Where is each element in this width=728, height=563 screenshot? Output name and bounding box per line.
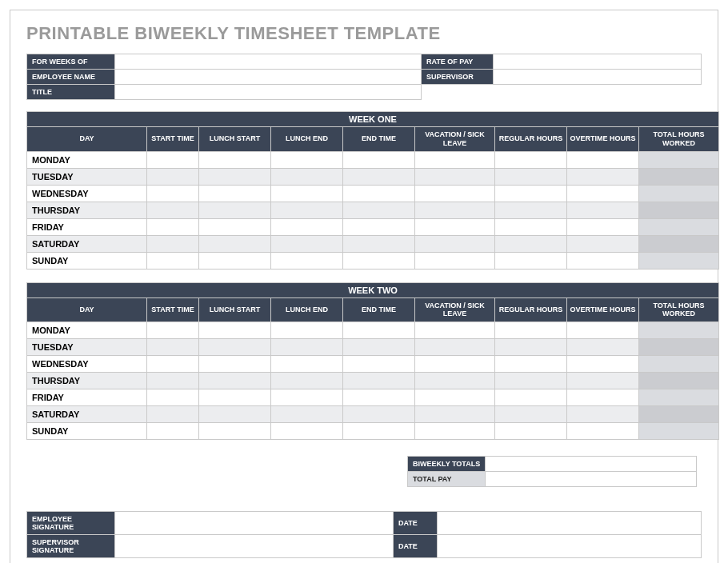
total-hours-cell[interactable]	[639, 218, 719, 235]
overtime-hours-cell[interactable]	[567, 151, 639, 168]
lunch-start-cell[interactable]	[199, 168, 271, 185]
supervisor-signature-value[interactable]	[115, 535, 394, 558]
employee-name-value[interactable]	[115, 70, 422, 85]
lunch-end-cell[interactable]	[271, 373, 343, 389]
regular-hours-cell[interactable]	[495, 218, 567, 235]
start-time-cell[interactable]	[147, 423, 199, 440]
total-hours-cell[interactable]	[639, 423, 719, 440]
overtime-hours-cell[interactable]	[567, 339, 639, 356]
overtime-hours-cell[interactable]	[567, 406, 639, 423]
overtime-hours-cell[interactable]	[567, 373, 639, 389]
lunch-start-cell[interactable]	[199, 185, 271, 202]
overtime-hours-cell[interactable]	[567, 389, 639, 406]
total-hours-cell[interactable]	[639, 252, 719, 269]
lunch-start-cell[interactable]	[199, 322, 271, 339]
vacation-sick-cell[interactable]	[415, 252, 495, 269]
overtime-hours-cell[interactable]	[567, 218, 639, 235]
end-time-cell[interactable]	[343, 168, 415, 185]
regular-hours-cell[interactable]	[495, 151, 567, 168]
overtime-hours-cell[interactable]	[567, 185, 639, 202]
regular-hours-cell[interactable]	[495, 406, 567, 423]
end-time-cell[interactable]	[343, 235, 415, 252]
lunch-end-cell[interactable]	[271, 389, 343, 406]
employee-date-value[interactable]	[438, 512, 702, 535]
overtime-hours-cell[interactable]	[567, 168, 639, 185]
vacation-sick-cell[interactable]	[415, 423, 495, 440]
vacation-sick-cell[interactable]	[415, 373, 495, 389]
regular-hours-cell[interactable]	[495, 356, 567, 373]
lunch-end-cell[interactable]	[271, 322, 343, 339]
lunch-start-cell[interactable]	[199, 373, 271, 389]
lunch-start-cell[interactable]	[199, 339, 271, 356]
total-hours-cell[interactable]	[639, 168, 719, 185]
lunch-end-cell[interactable]	[271, 168, 343, 185]
lunch-end-cell[interactable]	[271, 339, 343, 356]
vacation-sick-cell[interactable]	[415, 151, 495, 168]
overtime-hours-cell[interactable]	[567, 235, 639, 252]
lunch-start-cell[interactable]	[199, 218, 271, 235]
end-time-cell[interactable]	[343, 322, 415, 339]
lunch-start-cell[interactable]	[199, 423, 271, 440]
end-time-cell[interactable]	[343, 406, 415, 423]
regular-hours-cell[interactable]	[495, 339, 567, 356]
start-time-cell[interactable]	[147, 322, 199, 339]
supervisor-value[interactable]	[494, 70, 702, 85]
title-value[interactable]	[115, 85, 422, 100]
end-time-cell[interactable]	[343, 356, 415, 373]
regular-hours-cell[interactable]	[495, 202, 567, 218]
lunch-start-cell[interactable]	[199, 356, 271, 373]
start-time-cell[interactable]	[147, 235, 199, 252]
start-time-cell[interactable]	[147, 151, 199, 168]
end-time-cell[interactable]	[343, 202, 415, 218]
overtime-hours-cell[interactable]	[567, 356, 639, 373]
end-time-cell[interactable]	[343, 373, 415, 389]
total-hours-cell[interactable]	[639, 235, 719, 252]
start-time-cell[interactable]	[147, 339, 199, 356]
start-time-cell[interactable]	[147, 406, 199, 423]
biweekly-totals-value[interactable]	[486, 457, 697, 472]
lunch-end-cell[interactable]	[271, 423, 343, 440]
total-hours-cell[interactable]	[639, 202, 719, 218]
start-time-cell[interactable]	[147, 373, 199, 389]
lunch-start-cell[interactable]	[199, 151, 271, 168]
lunch-end-cell[interactable]	[271, 406, 343, 423]
end-time-cell[interactable]	[343, 339, 415, 356]
total-hours-cell[interactable]	[639, 356, 719, 373]
start-time-cell[interactable]	[147, 218, 199, 235]
employee-signature-value[interactable]	[115, 512, 394, 535]
overtime-hours-cell[interactable]	[567, 252, 639, 269]
lunch-end-cell[interactable]	[271, 151, 343, 168]
total-hours-cell[interactable]	[639, 406, 719, 423]
total-hours-cell[interactable]	[639, 373, 719, 389]
vacation-sick-cell[interactable]	[415, 168, 495, 185]
lunch-end-cell[interactable]	[271, 252, 343, 269]
vacation-sick-cell[interactable]	[415, 202, 495, 218]
lunch-end-cell[interactable]	[271, 356, 343, 373]
vacation-sick-cell[interactable]	[415, 322, 495, 339]
overtime-hours-cell[interactable]	[567, 202, 639, 218]
rate-of-pay-value[interactable]	[494, 54, 702, 70]
end-time-cell[interactable]	[343, 389, 415, 406]
vacation-sick-cell[interactable]	[415, 356, 495, 373]
lunch-start-cell[interactable]	[199, 252, 271, 269]
supervisor-date-value[interactable]	[438, 535, 702, 558]
end-time-cell[interactable]	[343, 185, 415, 202]
vacation-sick-cell[interactable]	[415, 339, 495, 356]
end-time-cell[interactable]	[343, 252, 415, 269]
start-time-cell[interactable]	[147, 168, 199, 185]
lunch-start-cell[interactable]	[199, 202, 271, 218]
end-time-cell[interactable]	[343, 218, 415, 235]
lunch-start-cell[interactable]	[199, 235, 271, 252]
start-time-cell[interactable]	[147, 185, 199, 202]
regular-hours-cell[interactable]	[495, 423, 567, 440]
total-hours-cell[interactable]	[639, 322, 719, 339]
for-weeks-of-value[interactable]	[115, 54, 422, 70]
lunch-end-cell[interactable]	[271, 202, 343, 218]
lunch-end-cell[interactable]	[271, 218, 343, 235]
start-time-cell[interactable]	[147, 389, 199, 406]
end-time-cell[interactable]	[343, 151, 415, 168]
regular-hours-cell[interactable]	[495, 252, 567, 269]
regular-hours-cell[interactable]	[495, 389, 567, 406]
total-hours-cell[interactable]	[639, 185, 719, 202]
regular-hours-cell[interactable]	[495, 373, 567, 389]
